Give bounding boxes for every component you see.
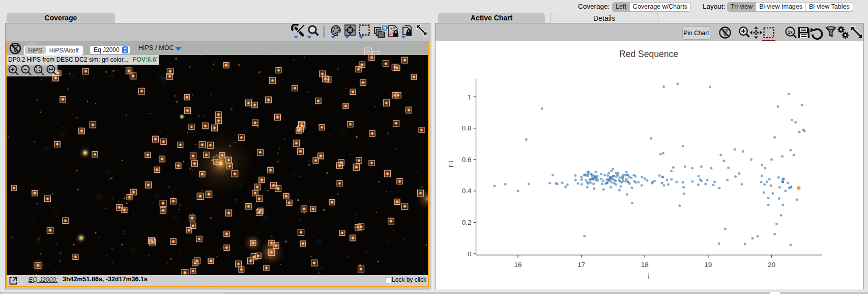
svg-text:Red Sequence: Red Sequence	[619, 49, 678, 59]
svg-text:r-i: r-i	[447, 161, 455, 167]
svg-text:20: 20	[768, 261, 775, 269]
svg-text:1: 1	[468, 93, 472, 101]
svg-text:0.6: 0.6	[462, 156, 472, 164]
svg-text:19: 19	[704, 261, 712, 269]
svg-text:1x: 1x	[788, 30, 793, 35]
svg-text:0.8: 0.8	[462, 124, 472, 132]
svg-text:5: 5	[383, 24, 386, 31]
svg-text:17: 17	[577, 261, 585, 269]
svg-text:0.4: 0.4	[462, 187, 472, 195]
svg-text:0.2: 0.2	[462, 219, 472, 226]
svg-text:16: 16	[514, 261, 522, 269]
svg-text:0: 0	[468, 250, 472, 258]
svg-text:i: i	[648, 272, 649, 280]
svg-text:18: 18	[641, 261, 649, 269]
